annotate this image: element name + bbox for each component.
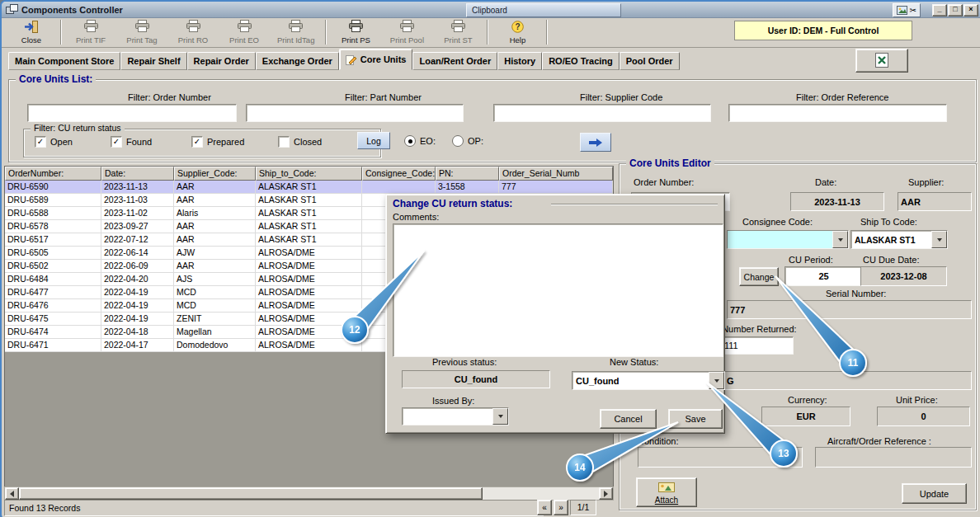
table-cell: ALROSA/DME	[256, 299, 362, 313]
checkbox-open[interactable]: ✓Open	[35, 136, 73, 148]
tab-label: Repair Order	[194, 56, 249, 66]
save-button[interactable]: Save	[668, 409, 723, 429]
new-status-combobox[interactable]: CU_found	[572, 371, 725, 390]
table-cell: DRU-6589	[5, 194, 101, 207]
comments-textarea[interactable]	[393, 223, 723, 357]
svg-text:?: ?	[515, 22, 520, 31]
issued-by-dropdown-button[interactable]	[492, 408, 508, 425]
issued-by-value	[403, 408, 492, 425]
radio-op[interactable]: OP:	[452, 135, 483, 147]
core-units-editor-title: Core Units Editor	[626, 157, 714, 169]
scrollbar-thumb[interactable]	[19, 487, 483, 500]
forward-arrow-button[interactable]	[580, 133, 611, 152]
tab-core-units[interactable]: Core Units	[339, 49, 413, 70]
table-cell: DRU-6502	[5, 260, 101, 273]
table-row[interactable]: DRU-65902023-11-13AARALASKAR ST13-155877…	[5, 181, 613, 194]
new-status-label: New Status:	[610, 357, 658, 367]
new-status-dropdown-button[interactable]	[709, 372, 724, 389]
tab-main-component-store[interactable]: Main Component Store	[8, 52, 120, 70]
toolbar-separator	[60, 20, 62, 45]
column-header-ship-to-code[interactable]: Ship_to_Code:	[256, 167, 362, 181]
toolbar-button-help[interactable]: ?Help	[492, 18, 543, 46]
consignee-code-combobox[interactable]	[727, 230, 849, 249]
tab-label: Loan/Rent Order	[419, 56, 491, 66]
checkbox-found[interactable]: ✓Found	[111, 136, 152, 148]
tab-pool-order[interactable]: Pool Order	[620, 52, 680, 70]
toolbar-button-print-st[interactable]: Print ST	[432, 18, 483, 46]
ship-to-dropdown-button[interactable]	[931, 231, 947, 248]
printer-icon	[83, 20, 99, 35]
toolbar-button-print-pool[interactable]: Print Pool	[381, 18, 432, 46]
scroll-left-button[interactable]	[5, 487, 19, 500]
toolbar-button-print-tif[interactable]: Print TIF	[65, 18, 116, 46]
column-header-supplier-code[interactable]: Supplier_Code:	[174, 167, 256, 181]
issued-by-combobox[interactable]	[402, 407, 509, 425]
dialog-title-line	[551, 204, 718, 205]
tab-ro-eo-tracing[interactable]: RO/EO Tracing	[542, 52, 620, 70]
excel-icon	[874, 52, 890, 70]
table-cell: 2022-06-09	[101, 260, 174, 273]
toolbar-button-print-ro[interactable]: Print RO	[167, 18, 219, 46]
column-header-pn[interactable]: PN:	[436, 167, 499, 181]
cu-period-label: CU Period:	[789, 255, 833, 265]
table-cell: AJW	[174, 247, 256, 260]
tab-repair-shelf[interactable]: Repair Shelf	[120, 52, 186, 70]
radio-dot	[452, 135, 464, 147]
filter-part-number-input[interactable]	[246, 104, 464, 122]
column-header-consignee-code[interactable]: Consignee_Code:	[362, 167, 436, 181]
consignee-code-label: Consignee Code:	[742, 217, 813, 227]
table-cell: DRU-6517	[5, 233, 101, 247]
table-cell: 2022-06-14	[101, 247, 174, 260]
currency-value: EUR	[761, 407, 850, 426]
log-button[interactable]: Log	[357, 132, 390, 149]
export-excel-button[interactable]	[855, 49, 908, 73]
cancel-button[interactable]: Cancel	[600, 409, 657, 429]
scrollbar-track[interactable]	[483, 487, 599, 500]
checkbox-prepared[interactable]: ✓Prepared	[191, 136, 244, 148]
exit-door-icon	[24, 21, 39, 35]
description-value: G	[727, 376, 734, 386]
tab-label: Pool Order	[626, 56, 673, 66]
image-tool-icon[interactable]	[897, 6, 907, 15]
filter-order-number-input[interactable]	[27, 104, 237, 122]
scissors-tool-icon[interactable]: ✂	[910, 7, 916, 15]
horizontal-scrollbar[interactable]	[4, 486, 614, 501]
tab-history[interactable]: History	[497, 52, 542, 70]
filter-supplier-code-input[interactable]	[493, 104, 711, 122]
pager-next-button[interactable]: »	[554, 500, 568, 515]
toolbar-button-print-eo[interactable]: Print EO	[219, 18, 270, 46]
toolbar-button-label: Print EO	[229, 35, 259, 45]
filter-order-reference-input[interactable]	[728, 104, 947, 122]
radio-eo[interactable]: EO:	[404, 135, 436, 147]
date-value: 2023-11-13	[790, 192, 884, 211]
ship-to-code-combobox[interactable]: ALASKAR ST1	[850, 230, 948, 249]
consignee-dropdown-button[interactable]	[832, 231, 848, 248]
toolbar-button-print-ps[interactable]: Print PS	[330, 18, 381, 46]
update-button[interactable]: Update	[902, 483, 967, 504]
clipboard-titlebar[interactable]: Clipboard	[466, 3, 621, 17]
scroll-right-button[interactable]	[599, 487, 613, 500]
close-window-button[interactable]: ×	[964, 4, 978, 16]
column-header-ordernumber[interactable]: OrderNumber:	[5, 167, 101, 181]
tab-repair-order[interactable]: Repair Order	[187, 52, 256, 70]
column-header-date[interactable]: Date:	[101, 167, 174, 181]
restore-button[interactable]: □	[948, 4, 963, 16]
pager-prev-button[interactable]: «	[537, 500, 552, 515]
attach-button[interactable]: Attach	[636, 477, 697, 507]
toolbar-button-close[interactable]: Close	[6, 18, 57, 46]
minimize-button[interactable]: _	[932, 4, 947, 16]
date-label: Date:	[815, 177, 836, 187]
table-cell: DRU-6484	[5, 273, 101, 286]
cu-period-value[interactable]: 25	[784, 266, 863, 286]
toolbar-separator	[325, 20, 327, 45]
tab-exchange-order[interactable]: Exchange Order	[256, 52, 339, 70]
column-header-order-serial-numb[interactable]: Order_Serial_Numb	[499, 167, 613, 181]
change-button[interactable]: Change	[739, 267, 779, 286]
toolbar-button-print-tag[interactable]: Print Tag	[116, 18, 167, 46]
tab-loan-rent-order[interactable]: Loan/Rent Order	[412, 52, 497, 70]
toolbar-button-print-idtag[interactable]: Print IdTag	[270, 18, 322, 46]
table-cell: DRU-6578	[5, 220, 101, 233]
chevron-down-icon	[937, 238, 942, 242]
checkbox-closed[interactable]: Closed	[278, 136, 322, 148]
tab-label: History	[504, 56, 535, 66]
